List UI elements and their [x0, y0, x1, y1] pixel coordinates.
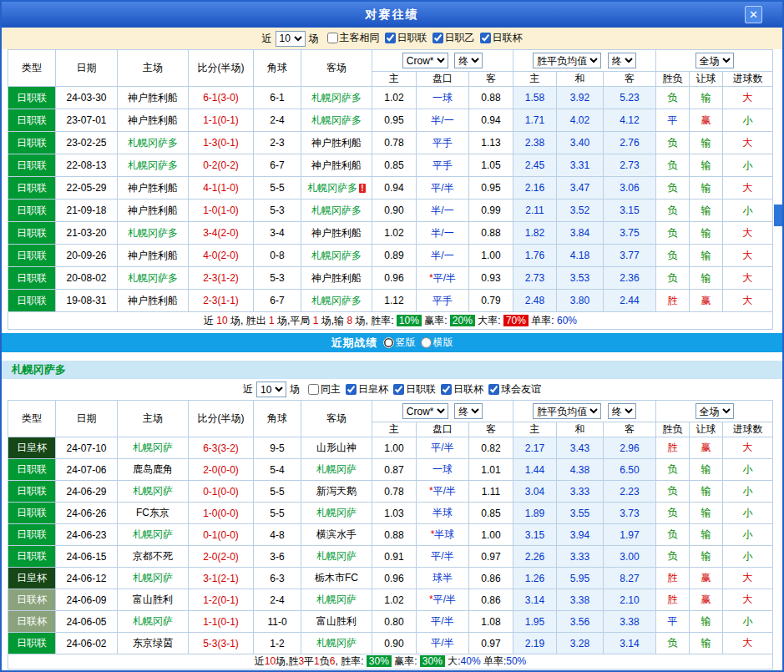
h2h-filter-checkbox-input-3[interactable]: [480, 33, 491, 43]
recent-filter-checkbox-input-2[interactable]: [393, 384, 404, 395]
away-team-name: 山形山神: [316, 442, 357, 453]
horizontal-layout-radio-input[interactable]: [421, 337, 432, 348]
cell-handicap_result: 输: [690, 87, 723, 109]
cell-eu_away: 2.73: [604, 154, 656, 177]
recent-games-select[interactable]: 10: [256, 381, 286, 397]
recent-filter-checkbox-3[interactable]: 日联杯: [441, 382, 483, 397]
cell-result: 平: [656, 611, 690, 633]
match-row: 日联杯24-06-05札幌冈萨1-1(0-1)11-0富山胜利0.80平/半1.…: [8, 611, 773, 633]
recent-col-handicap-result: 让球: [690, 422, 723, 437]
cell-handicap_result: 输: [690, 154, 723, 177]
cell-asia_home: 0.96: [372, 568, 417, 589]
h2h-filter-checkbox-input-1[interactable]: [385, 33, 396, 43]
h2h-scope-select[interactable]: 全场: [695, 53, 734, 68]
away-team-name: 札幌冈萨多: [307, 182, 357, 194]
cell-result: 负: [656, 633, 690, 654]
away-team-name: 札幌冈萨: [316, 594, 357, 605]
cell-eu_home: 2.11: [513, 200, 557, 222]
cell-corner: 5-5: [254, 481, 301, 503]
cell-goals: 小: [723, 503, 773, 524]
cell-corner: 6-1: [254, 87, 301, 109]
recent-filter-checkbox-input-1[interactable]: [346, 384, 357, 395]
recent-filter-checkbox-input-3[interactable]: [441, 384, 452, 395]
recent-col-goals: 进球数: [723, 422, 773, 437]
recent-filter-checkbox-2[interactable]: 日职联: [393, 382, 436, 397]
h2h-europe-source-select[interactable]: 胜平负均值: [533, 53, 601, 68]
h2h-filter-checkbox-3[interactable]: 日联杯: [480, 31, 523, 45]
recent-filter-checkbox-4[interactable]: 球会友谊: [488, 382, 541, 397]
cell-asia_away: 0.79: [469, 290, 513, 312]
cell-corner: 0-8: [254, 245, 301, 267]
cell-result: 负: [656, 222, 690, 245]
cell-handicap: 平/半: [417, 633, 469, 654]
scrollbar-thumb[interactable]: [774, 205, 782, 226]
cell-asia_home: 0.96: [372, 267, 417, 290]
recent-col-handicap: 盘口: [417, 422, 469, 437]
recent-col-corner: 角球: [254, 401, 301, 437]
match-row: 日职联20-08-02札幌冈萨多2-3(1-2)5-3神户胜利船0.96*平/半…: [8, 267, 773, 290]
cell-asia_away: 0.97: [469, 546, 513, 568]
recent-europe-source-select[interactable]: 胜平负均值: [533, 403, 601, 419]
cell-result: 胜: [656, 568, 690, 589]
horizontal-layout-radio[interactable]: 横版: [421, 336, 453, 350]
cell-eu_home: 1.44: [513, 459, 557, 481]
recent-odds-company-select[interactable]: Crow*: [402, 403, 448, 419]
cell-handicap: 平/半: [417, 437, 469, 459]
h2h-filter-checkbox-input-0[interactable]: [327, 33, 338, 43]
home-team-name: 东京绿茵: [133, 637, 173, 649]
cell-asia_away: 0.99: [469, 200, 513, 222]
recent-filter-checkbox-1[interactable]: 日皇杯: [346, 382, 388, 397]
cell-asia_away: 1.05: [469, 154, 513, 177]
recent-filter-checkbox-input-4[interactable]: [488, 384, 499, 395]
cell-handicap_result: 输: [690, 611, 723, 633]
recent-filter-checkbox-0[interactable]: 同主: [308, 382, 341, 397]
recent-odds-final-select[interactable]: 终: [454, 403, 483, 419]
cell-goals: 小: [723, 154, 773, 177]
h2h-europe-final-select[interactable]: 终: [608, 53, 636, 68]
cell-eu_away: 4.12: [604, 109, 656, 132]
vertical-layout-radio-input[interactable]: [383, 337, 394, 348]
h2h-odds-company-select[interactable]: Crow*: [402, 53, 448, 68]
cell-handicap_result: 输: [690, 459, 723, 481]
cell-eu_home: 2.48: [513, 290, 557, 312]
match-row: 日职联23-07-01神户胜利船1-1(0-1)2-4札幌冈萨多0.95半/一0…: [8, 109, 773, 132]
cell-handicap: 球半: [417, 568, 469, 589]
h2h-col-score: 比分(半场): [189, 50, 254, 87]
h2h-filter-checkbox-input-2[interactable]: [432, 33, 443, 43]
h2h-asian-odds-group: Crow* 终: [372, 50, 513, 72]
home-team-name: 札幌冈萨多: [128, 227, 178, 239]
home-team-name: 札幌冈萨: [133, 442, 173, 453]
cell-asia_away: 0.85: [469, 503, 513, 524]
recent-filter-checkbox-input-0[interactable]: [308, 384, 319, 395]
vertical-layout-radio[interactable]: 竖版: [383, 336, 416, 350]
h2h-filter-checkbox-0[interactable]: 主客相同: [327, 31, 380, 45]
cell-asia_away: 0.97: [469, 633, 513, 654]
recent-scope-select[interactable]: 全场: [695, 403, 734, 419]
match-row: 日职联23-02-25札幌冈萨多1-3(0-1)2-3神户胜利船0.78平手1.…: [8, 132, 773, 154]
recent-table: 类型 日期 主场 比分(半场) 角球 客场 Crow* 终 胜平负均值 终 全场: [8, 400, 773, 669]
cell-home: 札幌冈萨: [118, 524, 189, 546]
h2h-games-select[interactable]: 10: [276, 31, 306, 47]
cell-score: 1-1(0-1): [189, 611, 254, 633]
recent-asian-odds-group: Crow* 终: [372, 401, 513, 422]
h2h-filter-checkbox-2[interactable]: 日职乙: [432, 31, 475, 45]
cell-asia_home: 0.78: [372, 132, 417, 154]
h2h-filter-checkbox-label-3: 日联杯: [493, 31, 523, 45]
cell-type: 日职联: [8, 200, 56, 222]
cell-eu_draw: 3.38: [557, 589, 604, 611]
cell-home: 东京绿茵: [118, 633, 189, 654]
cell-result: 负: [656, 132, 690, 154]
h2h-filter-checkbox-1[interactable]: 日职联: [385, 31, 427, 45]
alert-icon[interactable]: !: [359, 184, 365, 193]
home-team-name: 神户胜利船: [128, 250, 178, 261]
cell-asia_home: 0.89: [372, 245, 417, 267]
cell-away: 新泻天鹅: [301, 481, 372, 503]
cell-goals: 大: [723, 437, 773, 459]
cell-eu_away: 2.44: [604, 290, 656, 312]
recent-europe-final-select[interactable]: 终: [608, 403, 636, 419]
h2h-odds-final-select[interactable]: 终: [454, 53, 483, 68]
close-icon[interactable]: ✕: [745, 6, 762, 23]
cell-away: 神户胜利船: [301, 222, 372, 245]
cell-eu_draw: 3.55: [557, 503, 604, 524]
recent-near-label: 近: [243, 382, 253, 397]
